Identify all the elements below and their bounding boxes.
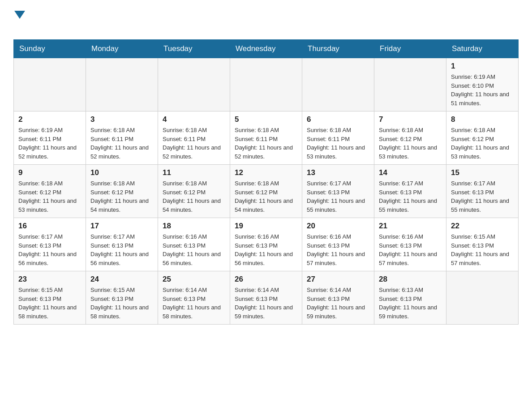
day-info: Sunrise: 6:16 AM Sunset: 6:13 PM Dayligh…: [307, 232, 369, 267]
day-info: Sunrise: 6:19 AM Sunset: 6:11 PM Dayligh…: [18, 126, 81, 161]
day-number: 12: [235, 168, 297, 177]
day-number: 23: [18, 275, 81, 284]
calendar-week-row: 9Sunrise: 6:18 AM Sunset: 6:12 PM Daylig…: [14, 165, 519, 218]
day-number: 5: [235, 115, 297, 124]
calendar-day-cell: 16Sunrise: 6:17 AM Sunset: 6:13 PM Dayli…: [14, 218, 86, 271]
day-number: 2: [18, 115, 81, 124]
day-number: 21: [379, 222, 442, 231]
day-number: 15: [451, 168, 514, 177]
day-number: 8: [451, 115, 514, 124]
calendar-day-cell: 25Sunrise: 6:14 AM Sunset: 6:13 PM Dayli…: [158, 271, 230, 325]
day-info: Sunrise: 6:18 AM Sunset: 6:12 PM Dayligh…: [235, 179, 297, 214]
day-info: Sunrise: 6:18 AM Sunset: 6:12 PM Dayligh…: [451, 126, 514, 161]
calendar-week-row: 1Sunrise: 6:19 AM Sunset: 6:10 PM Daylig…: [14, 58, 519, 111]
day-info: Sunrise: 6:18 AM Sunset: 6:12 PM Dayligh…: [379, 126, 442, 161]
calendar-day-cell: 21Sunrise: 6:16 AM Sunset: 6:13 PM Dayli…: [374, 218, 446, 271]
day-info: Sunrise: 6:16 AM Sunset: 6:13 PM Dayligh…: [235, 232, 297, 267]
day-number: 14: [379, 168, 442, 177]
day-info: Sunrise: 6:18 AM Sunset: 6:11 PM Dayligh…: [163, 126, 225, 161]
calendar-day-cell: 22Sunrise: 6:15 AM Sunset: 6:13 PM Dayli…: [446, 218, 519, 271]
day-info: Sunrise: 6:17 AM Sunset: 6:13 PM Dayligh…: [90, 232, 153, 267]
day-info: Sunrise: 6:15 AM Sunset: 6:13 PM Dayligh…: [451, 232, 514, 267]
calendar-day-cell: 7Sunrise: 6:18 AM Sunset: 6:12 PM Daylig…: [374, 111, 446, 165]
day-info: Sunrise: 6:17 AM Sunset: 6:13 PM Dayligh…: [379, 179, 442, 214]
calendar-day-cell: 24Sunrise: 6:15 AM Sunset: 6:13 PM Dayli…: [86, 271, 158, 325]
day-number: 25: [163, 275, 225, 284]
calendar-day-cell: 13Sunrise: 6:17 AM Sunset: 6:13 PM Dayli…: [302, 165, 374, 218]
day-info: Sunrise: 6:19 AM Sunset: 6:10 PM Dayligh…: [451, 73, 514, 107]
day-info: Sunrise: 6:18 AM Sunset: 6:12 PM Dayligh…: [18, 179, 81, 214]
day-number: 18: [163, 222, 225, 231]
day-of-week-header: Friday: [374, 40, 446, 58]
day-info: Sunrise: 6:18 AM Sunset: 6:11 PM Dayligh…: [307, 126, 369, 161]
day-number: 11: [163, 168, 225, 177]
day-info: Sunrise: 6:15 AM Sunset: 6:13 PM Dayligh…: [90, 286, 153, 321]
calendar-day-cell: 8Sunrise: 6:18 AM Sunset: 6:12 PM Daylig…: [446, 111, 519, 165]
calendar-day-cell: 6Sunrise: 6:18 AM Sunset: 6:11 PM Daylig…: [302, 111, 374, 165]
calendar-day-cell: 20Sunrise: 6:16 AM Sunset: 6:13 PM Dayli…: [302, 218, 374, 271]
day-number: 6: [307, 115, 369, 124]
calendar-day-cell: 4Sunrise: 6:18 AM Sunset: 6:11 PM Daylig…: [158, 111, 230, 165]
calendar-day-cell: 5Sunrise: 6:18 AM Sunset: 6:11 PM Daylig…: [230, 111, 302, 165]
calendar-day-cell: [302, 58, 374, 111]
day-info: Sunrise: 6:14 AM Sunset: 6:13 PM Dayligh…: [163, 286, 225, 321]
calendar-day-cell: 3Sunrise: 6:18 AM Sunset: 6:11 PM Daylig…: [86, 111, 158, 165]
calendar-day-cell: 14Sunrise: 6:17 AM Sunset: 6:13 PM Dayli…: [374, 165, 446, 218]
calendar-week-row: 16Sunrise: 6:17 AM Sunset: 6:13 PM Dayli…: [14, 218, 519, 271]
day-number: 4: [163, 115, 225, 124]
calendar-week-row: 2Sunrise: 6:19 AM Sunset: 6:11 PM Daylig…: [14, 111, 519, 165]
day-info: Sunrise: 6:16 AM Sunset: 6:13 PM Dayligh…: [379, 232, 442, 267]
calendar-day-cell: 15Sunrise: 6:17 AM Sunset: 6:13 PM Dayli…: [446, 165, 519, 218]
calendar-day-cell: 10Sunrise: 6:18 AM Sunset: 6:12 PM Dayli…: [86, 165, 158, 218]
day-number: 13: [307, 168, 369, 177]
day-info: Sunrise: 6:13 AM Sunset: 6:13 PM Dayligh…: [379, 286, 442, 321]
calendar-table: SundayMondayTuesdayWednesdayThursdayFrid…: [13, 39, 519, 325]
day-number: 27: [307, 275, 369, 284]
day-number: 22: [451, 222, 514, 231]
day-info: Sunrise: 6:18 AM Sunset: 6:11 PM Dayligh…: [235, 126, 297, 161]
day-info: Sunrise: 6:18 AM Sunset: 6:11 PM Dayligh…: [90, 126, 153, 161]
day-number: 19: [235, 222, 297, 231]
calendar-day-cell: [158, 58, 230, 111]
logo: [13, 9, 25, 30]
day-info: Sunrise: 6:17 AM Sunset: 6:13 PM Dayligh…: [307, 179, 369, 214]
calendar-header-row: SundayMondayTuesdayWednesdayThursdayFrid…: [14, 40, 519, 58]
calendar-day-cell: 12Sunrise: 6:18 AM Sunset: 6:12 PM Dayli…: [230, 165, 302, 218]
day-info: Sunrise: 6:14 AM Sunset: 6:13 PM Dayligh…: [235, 286, 297, 321]
calendar-day-cell: 28Sunrise: 6:13 AM Sunset: 6:13 PM Dayli…: [374, 271, 446, 325]
day-number: 10: [90, 168, 153, 177]
calendar-day-cell: 27Sunrise: 6:14 AM Sunset: 6:13 PM Dayli…: [302, 271, 374, 325]
day-number: 26: [235, 275, 297, 284]
calendar-day-cell: [446, 271, 519, 325]
day-number: 9: [18, 168, 81, 177]
day-info: Sunrise: 6:18 AM Sunset: 6:12 PM Dayligh…: [90, 179, 153, 214]
calendar-day-cell: [86, 58, 158, 111]
page-header: [13, 9, 519, 30]
calendar-day-cell: [230, 58, 302, 111]
calendar-day-cell: 2Sunrise: 6:19 AM Sunset: 6:11 PM Daylig…: [14, 111, 86, 165]
calendar-week-row: 23Sunrise: 6:15 AM Sunset: 6:13 PM Dayli…: [14, 271, 519, 325]
day-number: 7: [379, 115, 442, 124]
day-number: 1: [451, 62, 514, 71]
day-of-week-header: Thursday: [302, 40, 374, 58]
day-number: 24: [90, 275, 153, 284]
calendar-day-cell: 9Sunrise: 6:18 AM Sunset: 6:12 PM Daylig…: [14, 165, 86, 218]
day-info: Sunrise: 6:18 AM Sunset: 6:12 PM Dayligh…: [163, 179, 225, 214]
day-number: 20: [307, 222, 369, 231]
day-info: Sunrise: 6:14 AM Sunset: 6:13 PM Dayligh…: [307, 286, 369, 321]
day-info: Sunrise: 6:16 AM Sunset: 6:13 PM Dayligh…: [163, 232, 225, 267]
calendar-day-cell: [14, 58, 86, 111]
calendar-day-cell: 17Sunrise: 6:17 AM Sunset: 6:13 PM Dayli…: [86, 218, 158, 271]
calendar-day-cell: [374, 58, 446, 111]
day-number: 28: [379, 275, 442, 284]
calendar-day-cell: 26Sunrise: 6:14 AM Sunset: 6:13 PM Dayli…: [230, 271, 302, 325]
logo-triangle-icon: [14, 11, 25, 19]
day-info: Sunrise: 6:15 AM Sunset: 6:13 PM Dayligh…: [18, 286, 81, 321]
day-of-week-header: Wednesday: [230, 40, 302, 58]
day-of-week-header: Saturday: [446, 40, 519, 58]
day-info: Sunrise: 6:17 AM Sunset: 6:13 PM Dayligh…: [451, 179, 514, 214]
calendar-day-cell: 23Sunrise: 6:15 AM Sunset: 6:13 PM Dayli…: [14, 271, 86, 325]
day-of-week-header: Tuesday: [158, 40, 230, 58]
day-of-week-header: Monday: [86, 40, 158, 58]
day-of-week-header: Sunday: [14, 40, 86, 58]
